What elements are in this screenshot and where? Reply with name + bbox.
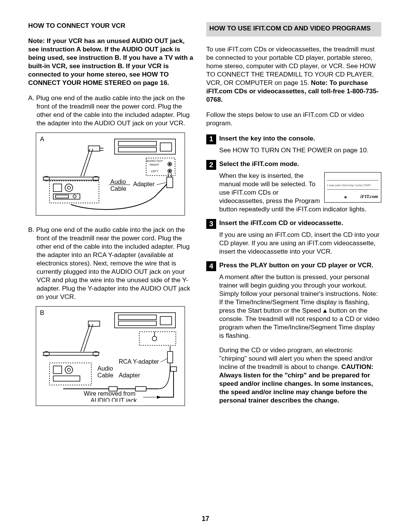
two-columns: HOW TO CONNECT YOUR VCR Note: If your VC… (28, 21, 383, 416)
svg-point-45 (65, 366, 73, 374)
figure-a-illustration: AUDIO OUT RIGHT LEFT Audio Cable Adapter (40, 136, 181, 211)
svg-point-46 (67, 368, 70, 371)
step-1-title: Insert the key into the console. (219, 134, 315, 144)
step-2: 2 Select the iFIT.com mode. 2 wear pulse… (206, 160, 381, 213)
fig-a-left: LEFT (151, 169, 158, 173)
step-3: 3 Insert the iFIT.com CD or videocassett… (206, 219, 381, 256)
step-1: 1 Insert the key into the console. See H… (206, 134, 381, 154)
svg-marker-56 (157, 396, 161, 399)
left-title: HOW TO CONNECT YOUR VCR (28, 21, 196, 30)
console-ifit: iFIT.com (360, 194, 378, 200)
svg-point-8 (169, 170, 170, 172)
left-column: HOW TO CONNECT YOUR VCR Note: If your VC… (28, 21, 196, 416)
figure-b-label: B (40, 309, 44, 317)
figure-a: A (36, 133, 185, 216)
step-number-3: 3 (206, 219, 216, 229)
indicator-dot (344, 196, 347, 198)
svg-point-20 (65, 184, 73, 192)
figure-b-illustration: Audio Cable Adapter RCA Y-adapter Wire r… (40, 310, 181, 402)
step-4: 4 Press the PLAY button on your CD playe… (206, 261, 381, 404)
right-intro: To use iFIT.com CDs or videocassettes, t… (206, 45, 381, 104)
console-line2: 2 wear pulse chest strap 3 press START (327, 184, 379, 187)
svg-point-35 (152, 336, 157, 341)
svg-rect-51 (135, 387, 146, 391)
svg-rect-34 (139, 332, 176, 345)
figure-b-svg-wrap: Audio Cable Adapter RCA Y-adapter Wire r… (40, 310, 182, 402)
fig-b-audio: Audio (97, 365, 113, 372)
svg-point-6 (169, 163, 170, 165)
svg-point-24 (73, 195, 76, 198)
figure-a-label: A (40, 135, 44, 144)
fig-b-wire2: AUDIO OUT jack (91, 397, 137, 402)
svg-rect-44 (53, 366, 62, 374)
fig-a-right: RIGHT (150, 163, 159, 166)
fig-b-rca: RCA Y-adapter (119, 358, 159, 365)
step-1-body: See HOW TO TURN ON THE POWER on page 10. (206, 146, 381, 154)
fig-a-cable: Cable (110, 185, 126, 192)
step-4-body-b: During the CD or video program, an elect… (206, 346, 381, 404)
svg-rect-53 (167, 351, 173, 363)
speed-up-triangle-icon (323, 309, 327, 313)
right-title: HOW TO USE IFIT.COM CD AND VIDEO PROGRAM… (206, 22, 381, 37)
svg-rect-19 (53, 184, 62, 192)
step-4-title: Press the PLAY button on your CD player … (219, 261, 373, 271)
step-a-text: A. Plug one end of the audio cable into … (28, 94, 196, 127)
fig-a-audioout: AUDIO OUT (146, 159, 163, 163)
manual-page: HOW TO CONNECT YOUR VCR Note: If your VC… (0, 0, 411, 532)
svg-rect-23 (56, 195, 68, 198)
fig-a-adapter: Adapter (133, 181, 155, 187)
step-3-body: If you are using an iFIT.com CD, insert … (206, 230, 381, 256)
figure-b: B (36, 306, 185, 406)
step-4-body-a: A moment after the button is pressed, yo… (206, 273, 381, 340)
page-number: 17 (0, 515, 411, 523)
step-2-body: 2 wear pulse chest strap 3 press START i… (206, 171, 381, 213)
step-number-1: 1 (206, 134, 216, 144)
svg-point-21 (67, 186, 70, 189)
fig-b-cable: Cable (97, 372, 113, 379)
step-b-text: B. Plug one end of the audio cable into … (28, 225, 196, 301)
right-follow: Follow the steps below to use an iFIT.co… (206, 110, 381, 127)
right-column: HOW TO USE IFIT.COM CD AND VIDEO PROGRAM… (206, 22, 381, 416)
svg-line-29 (157, 182, 167, 185)
svg-rect-42 (88, 321, 100, 326)
svg-rect-55 (170, 367, 177, 371)
step-number-2: 2 (206, 160, 216, 170)
svg-line-57 (161, 358, 167, 362)
console-display-figure: 2 wear pulse chest strap 3 press START i… (324, 172, 381, 203)
svg-rect-15 (88, 146, 100, 151)
fig-b-adapter: Adapter (119, 372, 140, 379)
svg-rect-47 (53, 376, 80, 381)
step-3-title: Insert the iFIT.com CD or videocassette. (219, 219, 343, 229)
figure-a-svg-wrap: AUDIO OUT RIGHT LEFT Audio Cable Adapter (40, 136, 182, 211)
fig-a-audio: Audio (110, 179, 126, 185)
step-2-title: Select the iFIT.com mode. (219, 160, 299, 170)
left-note: Note: If your VCR has an unused AUDIO OU… (28, 37, 196, 87)
step-number-4: 4 (206, 261, 216, 271)
svg-rect-25 (167, 177, 173, 188)
fig-b-wire1: Wire removed from (84, 390, 135, 397)
